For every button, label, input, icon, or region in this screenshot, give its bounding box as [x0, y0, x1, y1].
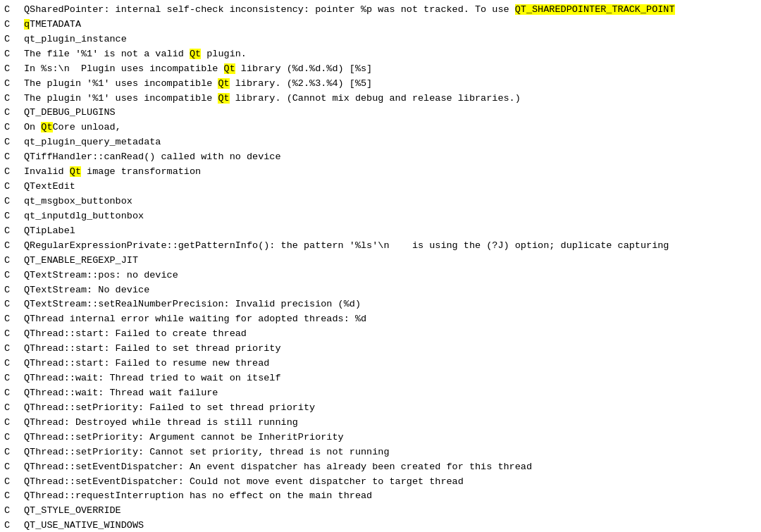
line-type: C [4, 283, 24, 298]
table-row: Cqt_plugin_query_metadata [0, 135, 761, 150]
line-text: QT_ENABLE_REGEXP_JIT [24, 254, 757, 268]
table-row: CThe file '%1' is not a valid Qt plugin. [0, 47, 761, 62]
table-row: CThe plugin '%1' uses incompatible Qt li… [0, 92, 761, 106]
line-type: C [4, 519, 24, 532]
highlighted-term: Qt [190, 49, 201, 59]
line-type: C [4, 475, 24, 490]
table-row: CQTextEdit [0, 180, 761, 194]
table-row: CQTextStream: No device [0, 283, 761, 298]
line-type: C [4, 165, 24, 180]
table-row: CQThread::start: Failed to resume new th… [0, 357, 761, 371]
line-text: qt_msgbox_buttonbox [24, 194, 757, 209]
table-row: CQSharedPointer: internal self-check inc… [0, 3, 761, 18]
table-row: CQT_ENABLE_REGEXP_JIT [0, 254, 761, 268]
table-row: CQTipLabel [0, 224, 761, 239]
line-text: QThread internal error while waiting for… [24, 312, 757, 327]
line-text: QThread: Destroyed while thread is still… [24, 416, 757, 431]
line-text: QThread::setPriority: Failed to set thre… [24, 401, 757, 416]
line-text: qTMETADATA [24, 18, 757, 32]
highlighted-term: QT_SHAREDPOINTER_TRACK_POINT [515, 4, 675, 15]
table-row: CQTextStream::pos: no device [0, 268, 761, 283]
line-type: C [4, 180, 24, 194]
table-row: CQThread internal error while waiting fo… [0, 312, 761, 327]
table-row: CQThread::requestInterruption has no eff… [0, 489, 761, 504]
line-type: C [4, 92, 24, 106]
line-text: QThread::start: Failed to set thread pri… [24, 342, 757, 357]
line-type: C [4, 194, 24, 209]
table-row: CIn %s:\n Plugin uses incompatible Qt li… [0, 62, 761, 77]
line-type: C [4, 224, 24, 239]
line-type: C [4, 297, 24, 312]
table-row: CQThread::setPriority: Failed to set thr… [0, 401, 761, 416]
line-type: C [4, 312, 24, 327]
line-text: On QtCore unload, [24, 120, 757, 135]
line-text: QTextStream::pos: no device [24, 268, 757, 283]
highlighted-term: Qt [224, 63, 235, 74]
line-text: QThread::start: Failed to resume new thr… [24, 357, 757, 371]
table-row: CQTiffHandler::canRead() called with no … [0, 150, 761, 165]
line-text: QTextEdit [24, 180, 757, 194]
line-type: C [4, 431, 24, 445]
table-row: CQThread::setEventDispatcher: Could not … [0, 475, 761, 490]
line-text: QT_USE_NATIVE_WINDOWS [24, 519, 757, 532]
line-type: C [4, 120, 24, 135]
table-row: CQThread::wait: Thread tried to wait on … [0, 371, 761, 386]
line-type: C [4, 489, 24, 504]
table-row: Cqt_msgbox_buttonbox [0, 194, 761, 209]
line-type: C [4, 47, 24, 62]
line-type: C [4, 416, 24, 431]
line-type: C [4, 504, 24, 519]
highlighted-term: q [24, 19, 30, 30]
line-type: C [4, 18, 24, 32]
table-row: CqTMETADATA [0, 18, 761, 32]
highlighted-term: Qt [41, 122, 52, 132]
line-type: C [4, 106, 24, 120]
table-row: CQRegularExpressionPrivate::getPatternIn… [0, 239, 761, 254]
table-row: CInvalid Qt image transformation [0, 165, 761, 180]
line-type: C [4, 371, 24, 386]
line-text: QT_DEBUG_PLUGINS [24, 106, 757, 120]
table-row: Cqt_plugin_instance [0, 32, 761, 47]
highlighted-term: Qt [70, 166, 81, 177]
line-type: C [4, 77, 24, 92]
table-row: COn QtCore unload, [0, 120, 761, 135]
line-type: C [4, 32, 24, 47]
table-row: CQThread::setEventDispatcher: An event d… [0, 460, 761, 475]
line-type: C [4, 209, 24, 224]
table-row: CThe plugin '%1' uses incompatible Qt li… [0, 77, 761, 92]
line-type: C [4, 268, 24, 283]
line-text: QTiffHandler::canRead() called with no d… [24, 150, 757, 165]
line-text: QThread::wait: Thread tried to wait on i… [24, 371, 757, 386]
line-text: qt_plugin_instance [24, 32, 757, 47]
line-text: QThread::setEventDispatcher: An event di… [24, 460, 757, 475]
line-text: QThread::setPriority: Argument cannot be… [24, 431, 757, 445]
highlighted-term: Qt [218, 78, 229, 89]
line-type: C [4, 327, 24, 342]
line-text: QThread::setPriority: Cannot set priorit… [24, 445, 757, 460]
line-text: QRegularExpressionPrivate::getPatternInf… [24, 239, 757, 254]
line-type: C [4, 460, 24, 475]
line-type: C [4, 254, 24, 268]
line-text: QThread::wait: Thread wait failure [24, 386, 757, 401]
line-text: QSharedPointer: internal self-check inco… [24, 3, 757, 18]
table-row: CQThread::setPriority: Cannot set priori… [0, 445, 761, 460]
table-row: CQThread: Destroyed while thread is stil… [0, 416, 761, 431]
line-type: C [4, 386, 24, 401]
table-row: CQT_STYLE_OVERRIDE [0, 504, 761, 519]
line-text: The plugin '%1' uses incompatible Qt lib… [24, 77, 757, 92]
line-text: In %s:\n Plugin uses incompatible Qt lib… [24, 62, 757, 77]
line-text: The file '%1' is not a valid Qt plugin. [24, 47, 757, 62]
table-row: CQThread::setPriority: Argument cannot b… [0, 431, 761, 445]
highlighted-term: Qt [218, 93, 229, 104]
table-row: CQT_DEBUG_PLUGINS [0, 106, 761, 120]
line-text: Invalid Qt image transformation [24, 165, 757, 180]
line-type: C [4, 401, 24, 416]
line-type: C [4, 357, 24, 371]
code-listing: CQSharedPointer: internal self-check inc… [0, 0, 761, 532]
line-text: qt_plugin_query_metadata [24, 135, 757, 150]
line-type: C [4, 445, 24, 460]
line-type: C [4, 342, 24, 357]
line-type: C [4, 62, 24, 77]
table-row: CQT_USE_NATIVE_WINDOWS [0, 519, 761, 532]
line-text: The plugin '%1' uses incompatible Qt lib… [24, 92, 757, 106]
